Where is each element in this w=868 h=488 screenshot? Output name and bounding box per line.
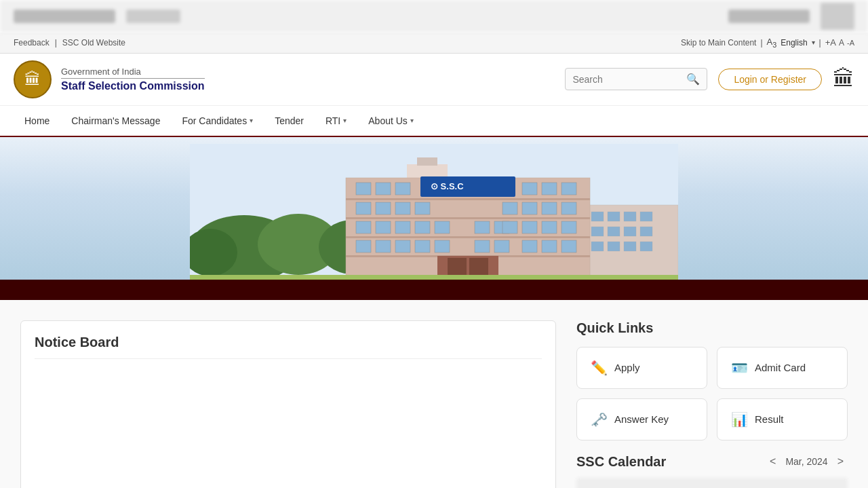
svg-rect-60 [542,240,557,252]
old-website-link[interactable]: SSC Old Website [62,38,125,48]
svg-rect-8 [624,212,636,221]
font-decrease[interactable]: -A [847,39,854,47]
quick-links-title: Quick Links [576,320,848,336]
result-label: Result [755,413,784,425]
svg-rect-30 [522,183,537,195]
svg-rect-55 [415,240,430,252]
apply-icon: ✏️ [591,360,608,376]
svg-rect-51 [561,221,576,233]
quick-links-grid: ✏️ Apply 🪪 Admit Card 🗝️ Answer Key 📊 Re… [576,347,848,440]
svg-rect-54 [395,240,410,252]
quick-link-apply[interactable]: ✏️ Apply [576,347,707,389]
header-right: 🔍 Login or Register 🏛 [565,67,854,92]
svg-rect-12 [624,227,636,236]
svg-rect-43 [395,221,410,233]
nav-about-us[interactable]: About Us ▾ [357,106,425,136]
svg-rect-7 [608,212,620,221]
svg-rect-52 [356,240,371,252]
admit-card-label: Admit Card [755,362,806,373]
svg-rect-18 [407,164,448,178]
logo-area: Government of India Staff Selection Comm… [14,60,205,98]
separator2: | [760,38,762,48]
svg-rect-49 [522,221,537,233]
svg-rect-14 [591,242,604,251]
hero-banner: ⊙ S.S.C [0,137,868,280]
svg-rect-22 [346,217,590,219]
svg-rect-21 [346,198,590,200]
svg-rect-13 [640,227,652,236]
main-navbar: Home Chairman's Message For Candidates ▾… [0,106,868,137]
calendar-month-label: Mar, 2024 [785,456,827,467]
svg-rect-38 [522,202,537,214]
separator3: | [819,38,821,48]
svg-rect-65 [190,275,678,280]
svg-rect-11 [608,227,620,236]
svg-rect-23 [346,236,590,238]
svg-rect-27 [356,183,371,195]
svg-text:⊙ S.S.C: ⊙ S.S.C [431,181,464,191]
notice-board-section: Notice Board [20,320,556,488]
apply-label: Apply [614,362,640,373]
quick-link-admit-card[interactable]: 🪪 Admit Card [717,347,848,389]
svg-rect-58 [494,240,509,252]
language-selector[interactable]: English [781,38,807,48]
search-icon[interactable]: 🔍 [686,73,700,86]
ssc-calendar-title: SSC Calendar [576,454,666,470]
notice-board-title: Notice Board [35,335,542,359]
svg-rect-56 [435,240,450,252]
feedback-link[interactable]: Feedback [14,38,50,48]
svg-rect-46 [475,221,490,233]
svg-rect-9 [640,212,652,221]
calendar-next-button[interactable]: > [833,454,848,469]
font-increase[interactable]: +A [825,37,836,48]
nav-tender[interactable]: Tender [264,106,315,136]
svg-rect-32 [561,183,576,195]
logo-text-block: Government of India Staff Selection Comm… [61,67,205,92]
svg-rect-61 [561,240,576,252]
nav-home[interactable]: Home [14,106,60,136]
result-icon: 📊 [731,411,748,428]
search-input[interactable] [572,74,681,85]
svg-rect-53 [376,240,391,252]
svg-rect-34 [376,202,391,214]
svg-rect-17 [640,242,652,251]
svg-rect-29 [395,183,410,195]
svg-rect-19 [417,157,437,166]
login-register-button[interactable]: Login or Register [718,69,822,90]
svg-rect-45 [435,221,450,233]
nav-for-candidates[interactable]: For Candidates ▾ [171,106,264,136]
ssc-logo [14,60,52,98]
govt-emblem-icon: 🏛 [833,67,854,92]
svg-rect-36 [415,202,430,214]
answer-key-icon: 🗝️ [591,411,608,428]
utility-bar: Feedback | SSC Old Website Skip to Main … [0,33,868,54]
answer-key-label: Answer Key [614,413,669,425]
org-name-label: Staff Selection Commission [61,80,205,92]
calendar-prev-button[interactable]: < [766,454,780,469]
quick-link-result[interactable]: 📊 Result [717,398,848,440]
admit-card-icon: 🪪 [731,360,748,376]
svg-rect-35 [395,202,410,214]
quick-link-answer-key[interactable]: 🗝️ Answer Key [576,398,707,440]
ssc-calendar-section: SSC Calendar < Mar, 2024 > [576,454,848,488]
calendar-nav: < Mar, 2024 > [766,454,848,469]
skip-main-link[interactable]: Skip to Main Content [681,38,756,48]
nav-rti[interactable]: RTI ▾ [315,106,357,136]
rti-dropdown-arrow: ▾ [343,117,347,124]
sidebar: Quick Links ✏️ Apply 🪪 Admit Card 🗝️ Ans… [576,320,848,488]
svg-rect-16 [624,242,636,251]
site-header: Government of India Staff Selection Comm… [0,54,868,106]
svg-rect-48 [502,221,517,233]
language-dropdown-arrow: ▾ [812,39,815,46]
svg-rect-28 [376,183,391,195]
search-box[interactable]: 🔍 [565,68,707,90]
nav-chairmans-message[interactable]: Chairman's Message [60,106,171,136]
accent-bar [0,280,868,300]
svg-rect-41 [356,221,371,233]
svg-rect-10 [591,227,604,236]
svg-rect-57 [475,240,490,252]
svg-rect-6 [591,212,604,221]
font-normal[interactable]: A [839,38,844,48]
org-top-label: Government of India [61,67,205,79]
svg-rect-31 [542,183,557,195]
